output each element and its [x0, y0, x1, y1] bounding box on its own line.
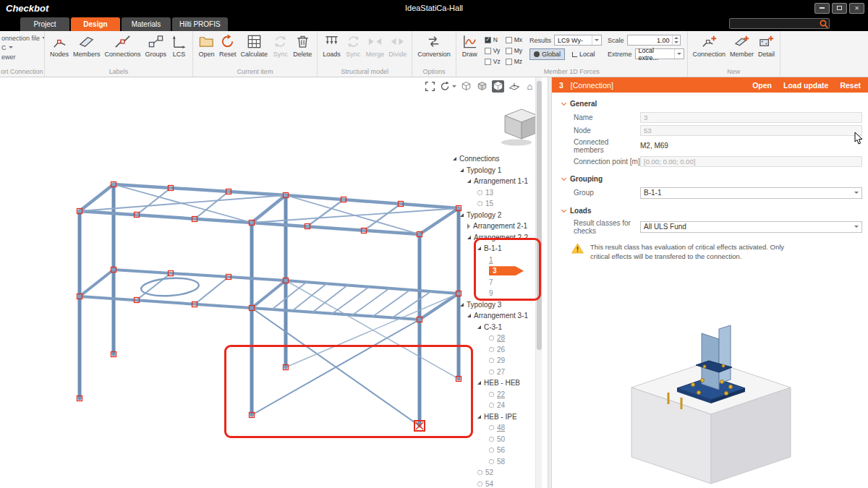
tree-item-typology-2[interactable]: Typology 2	[450, 210, 535, 221]
result-classes-dropdown[interactable]: All ULS Fund	[640, 221, 862, 233]
caret-collapsed-icon[interactable]	[467, 223, 470, 229]
caret-expanded-icon[interactable]	[460, 303, 464, 307]
tree-item-22[interactable]: 22	[450, 389, 535, 401]
tree-item-heb-ipe[interactable]: HEB - IPE	[450, 411, 535, 423]
tree-item-arrangement-3-1[interactable]: Arrangement 3-1	[450, 310, 535, 322]
close-button[interactable]: ✕	[849, 3, 864, 14]
conversion-button[interactable]: Conversion	[415, 32, 453, 58]
new-connection-button[interactable]: Connection	[691, 32, 728, 58]
tree-item-c-3-1[interactable]: C-3-1	[450, 322, 535, 333]
caret-expanded-icon[interactable]	[477, 247, 481, 250]
maximize-button[interactable]	[832, 3, 847, 14]
connection-file-menu[interactable]: onnection file	[0, 33, 44, 43]
c-menu[interactable]: C	[0, 43, 44, 52]
tree-item-58[interactable]: 58	[450, 456, 535, 468]
section-general[interactable]: General	[552, 93, 868, 111]
tree-item-26[interactable]: 26	[450, 344, 535, 356]
home-view-button[interactable]: ⌂	[524, 80, 536, 93]
minimize-button[interactable]	[814, 3, 830, 14]
section-grouping[interactable]: Grouping	[552, 168, 868, 186]
tree-item-50[interactable]: 50	[450, 434, 535, 445]
load-update-button[interactable]: Load update	[783, 81, 828, 90]
caret-expanded-icon[interactable]	[477, 415, 481, 419]
tab-project[interactable]: Project	[20, 17, 69, 31]
tree-item-typology-3[interactable]: Typology 3	[450, 299, 535, 311]
tree-item-48[interactable]: 48	[450, 422, 535, 434]
lcs-button[interactable]: LCS	[169, 32, 190, 58]
caret-expanded-icon[interactable]	[460, 168, 464, 172]
tree-item-label: 56	[497, 446, 505, 454]
new-member-button[interactable]: Member	[728, 32, 756, 58]
new-detail-button[interactable]: Detail	[756, 32, 777, 58]
view-mode-wireframe-button[interactable]	[460, 80, 472, 93]
tree-item-connections[interactable]: Connections	[450, 153, 535, 165]
tree-item-24[interactable]: 24	[450, 400, 535, 411]
scale-stepper[interactable]: 1.00	[627, 35, 681, 46]
results-dropdown[interactable]: LC9 Wy-	[554, 35, 602, 46]
tree-item-56[interactable]: 56	[450, 445, 535, 456]
global-toggle-button[interactable]: Global	[529, 48, 565, 60]
draw-button[interactable]: Draw	[459, 32, 480, 58]
loads-button[interactable]: Loads	[320, 32, 343, 58]
open-connection-button[interactable]: Open	[752, 81, 772, 90]
connections-button[interactable]: Connections	[103, 32, 143, 58]
tree-item-arrangement-1-1[interactable]: Arrangement 1-1	[450, 176, 535, 187]
tree-item-29[interactable]: 29	[450, 355, 535, 367]
tree-item-52[interactable]: 52	[450, 467, 535, 479]
checkbox-mx[interactable]	[506, 37, 512, 43]
reset-connection-button[interactable]: Reset	[840, 81, 861, 90]
tree-item-typology-1[interactable]: Typology 1	[450, 165, 535, 176]
caret-expanded-icon[interactable]	[467, 314, 471, 317]
tree-item-13[interactable]: 13	[450, 187, 535, 199]
caret-expanded-icon[interactable]	[477, 325, 481, 329]
clip-plane-button[interactable]	[508, 80, 520, 93]
nodes-button[interactable]: Nodes	[48, 32, 71, 58]
checkbox-vy[interactable]	[485, 48, 491, 54]
tree-item-9[interactable]: 9	[450, 288, 535, 299]
caret-expanded-icon[interactable]	[467, 236, 471, 239]
calculate-button[interactable]: Calculate	[239, 32, 271, 58]
local-toggle-button[interactable]: Local	[568, 48, 600, 60]
viewer-button[interactable]: ewer	[0, 52, 44, 61]
caret-expanded-icon[interactable]	[467, 179, 471, 183]
tree-item-heb-heb[interactable]: HEB - HEB	[450, 377, 535, 389]
section-loads[interactable]: Loads	[552, 200, 868, 218]
connection-3d-preview[interactable]	[621, 323, 801, 486]
checkbox-n[interactable]	[485, 37, 491, 43]
caret-expanded-icon[interactable]	[460, 213, 464, 217]
search-icon[interactable]	[819, 19, 829, 29]
extreme-dropdown[interactable]: Local extre...	[635, 48, 684, 59]
view-mode-shaded-button[interactable]	[476, 80, 488, 93]
tab-design[interactable]: Design	[71, 17, 120, 31]
members-button[interactable]: Members	[71, 32, 103, 58]
sync-model-button-disabled: Sync	[343, 32, 364, 58]
delete-button[interactable]: Delete	[291, 32, 314, 58]
refresh-view-button[interactable]	[440, 80, 456, 93]
tree-item-15[interactable]: 15	[450, 198, 535, 210]
caret-expanded-icon[interactable]	[453, 157, 456, 160]
tab-hilti-profis[interactable]: Hilti PROFIS	[172, 17, 228, 31]
checkbox-my[interactable]	[506, 48, 512, 54]
tree-item-1[interactable]: 1	[450, 254, 535, 266]
tree-item-7[interactable]: 7	[450, 277, 535, 288]
tree-item-arrangement-2-1[interactable]: Arrangement 2-1	[450, 221, 535, 232]
view-mode-solid-button[interactable]	[492, 80, 504, 93]
tree-item-b-1-1[interactable]: B-1-1	[450, 243, 535, 254]
group-dropdown[interactable]: B-1-1	[640, 187, 862, 199]
tree-item-54[interactable]: 54	[450, 479, 535, 488]
open-button[interactable]: Open	[196, 32, 217, 58]
checkbox-mz[interactable]	[506, 59, 512, 65]
checkbox-vz[interactable]	[485, 59, 491, 65]
tree-item-27[interactable]: 27	[450, 367, 535, 378]
zoom-extents-button[interactable]	[424, 80, 436, 93]
tree-item-arrangement-2-2[interactable]: Arrangement 2-2	[450, 232, 535, 244]
groups-button[interactable]: Groups	[143, 32, 169, 58]
tab-materials[interactable]: Materials	[122, 17, 171, 31]
caret-expanded-icon[interactable]	[477, 381, 481, 385]
chevron-down-icon	[452, 85, 456, 87]
reset-button[interactable]: Reset	[217, 32, 239, 58]
tree-item-28[interactable]: 28	[450, 333, 535, 344]
scrollbar-thumb[interactable]	[537, 81, 542, 350]
search-input[interactable]	[730, 20, 819, 27]
tree-item-3-selected[interactable]: 3	[450, 265, 535, 277]
